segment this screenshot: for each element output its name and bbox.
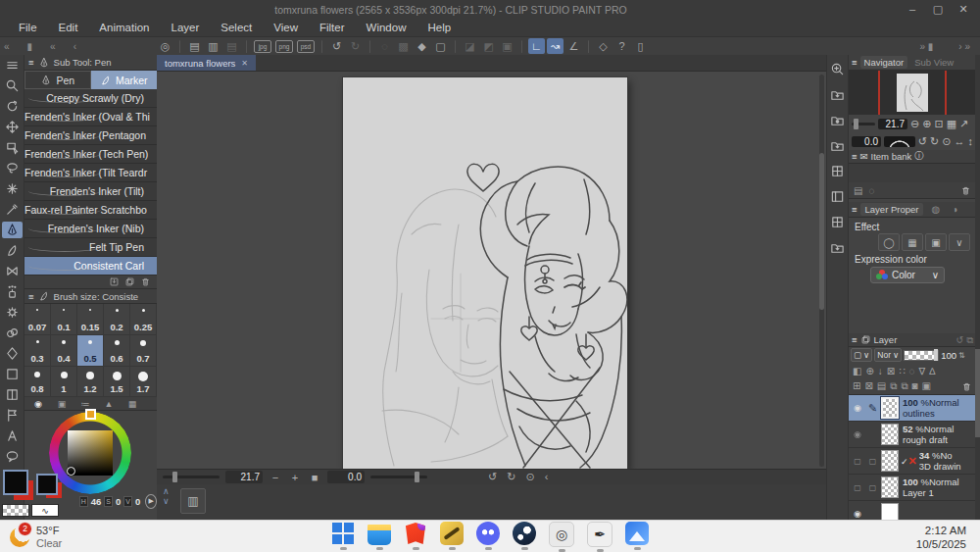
- canvas-page[interactable]: [343, 77, 627, 469]
- rotate-cw-button[interactable]: ↻: [507, 471, 515, 483]
- blend-mode-dropdown[interactable]: Nor∨: [874, 348, 902, 362]
- tool-button[interactable]: [2, 98, 23, 115]
- toolbar-icon[interactable]: ↺: [328, 38, 345, 54]
- layer-action-icon[interactable]: ▣: [922, 380, 931, 392]
- tool-button[interactable]: [2, 283, 23, 300]
- panel-menu-icon[interactable]: ≡: [28, 57, 34, 68]
- nav-expand-button[interactable]: ↗: [959, 118, 968, 130]
- collapsed-panel-icon[interactable]: [827, 188, 848, 204]
- effect-button[interactable]: ∨: [949, 233, 970, 251]
- main-color-swatch[interactable]: [3, 470, 28, 495]
- brush-item[interactable]: Frenden's Inker (Tilt Teardr: [24, 164, 157, 182]
- add-item-icon[interactable]: ▤: [854, 185, 862, 196]
- duplicate-subtool-icon[interactable]: [124, 276, 135, 287]
- toolbar-icon[interactable]: ▣: [499, 38, 515, 54]
- brush-size-cell[interactable]: 0.15: [77, 304, 104, 335]
- layer-toggle-icon[interactable]: ◌: [909, 366, 915, 376]
- layer-visibility-icon[interactable]: [851, 456, 864, 466]
- register-item-icon[interactable]: ◌: [868, 185, 874, 196]
- tool-button[interactable]: [2, 304, 23, 321]
- expression-color-dropdown[interactable]: Color ∨: [870, 267, 945, 283]
- panel-menu-icon[interactable]: ≡: [852, 57, 858, 68]
- menu-item[interactable]: View: [263, 22, 309, 33]
- toolbar-icon[interactable]: ◪: [462, 38, 478, 54]
- color-panel-tab[interactable]: ≔: [77, 399, 93, 409]
- toolbar-icon[interactable]: ∟: [528, 38, 545, 54]
- toolbar-icon[interactable]: ▤: [186, 38, 203, 54]
- brush-item[interactable]: Felt Tip Pen: [24, 238, 157, 257]
- menu-item[interactable]: Layer: [161, 22, 211, 33]
- layer-thumbnail[interactable]: [881, 424, 899, 445]
- tool-button[interactable]: [2, 345, 23, 362]
- layer-toggle-icon[interactable]: ∆: [929, 366, 935, 376]
- menu-item[interactable]: Help: [416, 22, 462, 33]
- subtool-tab[interactable]: Marker: [91, 71, 158, 89]
- tab-layer-property[interactable]: Layer Proper: [860, 203, 924, 216]
- opacity-value[interactable]: 100: [941, 350, 956, 361]
- tool-button[interactable]: [2, 407, 23, 424]
- import-subtool-icon[interactable]: [109, 276, 120, 287]
- nav-zoom-in[interactable]: ⊕: [922, 118, 931, 130]
- taskbar-app[interactable]: ◎: [549, 522, 574, 552]
- expand-collapse-chevrons[interactable]: ∧∨: [163, 486, 170, 506]
- collapsed-panel-icon[interactable]: [827, 61, 848, 76]
- tool-button[interactable]: [2, 366, 23, 382]
- layer-action-icon[interactable]: ⧉: [890, 380, 897, 392]
- brush-item[interactable]: Faux-rel Painter Scratchbo: [24, 201, 157, 220]
- nav-flip-h[interactable]: ↔: [955, 135, 965, 147]
- canvas-scrollbar[interactable]: [819, 75, 824, 467]
- tab-navigator[interactable]: Navigator: [860, 56, 908, 69]
- layer-row[interactable]: ✓✕ 34 %No 3D drawin: [849, 448, 976, 475]
- tool-button[interactable]: [2, 201, 23, 218]
- layer-toggle-icon[interactable]: ⊕: [865, 366, 873, 376]
- hue-marker[interactable]: [85, 409, 96, 420]
- toolbar-icon[interactable]: ↝: [547, 38, 564, 54]
- tool-button[interactable]: [2, 242, 23, 259]
- rotation-dial[interactable]: [884, 136, 915, 147]
- brush-size-cell[interactable]: 0.4: [51, 335, 77, 367]
- brush-item[interactable]: Consistent Carl: [24, 257, 157, 276]
- layer-shape-dropdown[interactable]: ▢∨: [851, 348, 872, 362]
- brush-size-cell[interactable]: 1.7: [130, 367, 157, 397]
- toolbar-icon[interactable]: png: [275, 40, 293, 53]
- zoom-in-button[interactable]: +: [288, 472, 302, 483]
- layer-toggle-icon[interactable]: ∇: [919, 366, 926, 376]
- sv-cursor[interactable]: [67, 467, 75, 476]
- panel-scrollbar[interactable]: [975, 55, 980, 520]
- brush-size-cell[interactable]: 0.1: [51, 304, 77, 335]
- toolbar-icon[interactable]: ∠: [565, 38, 582, 54]
- layer-toggle-icon[interactable]: ◧: [853, 366, 861, 376]
- panel-menu-icon[interactable]: ≡: [852, 204, 858, 215]
- tool-button[interactable]: [2, 386, 23, 403]
- menu-item[interactable]: Window: [356, 22, 417, 33]
- layer-visibility-icon[interactable]: [851, 403, 864, 413]
- toolbar-icon[interactable]: [455, 40, 456, 53]
- layer-row[interactable]: [849, 501, 976, 520]
- rotation-slider[interactable]: [370, 476, 427, 478]
- layer-thumbnail[interactable]: [881, 450, 899, 472]
- collapsed-panel-icon[interactable]: [827, 112, 848, 127]
- toolbar-icon[interactable]: [521, 40, 522, 53]
- toolbar-icon[interactable]: ▯: [632, 38, 649, 54]
- taskbar-app[interactable]: [331, 522, 355, 552]
- menu-item[interactable]: Edit: [48, 22, 89, 33]
- nav-zoom-out[interactable]: ⊖: [910, 118, 919, 130]
- rotate-ccw-button[interactable]: ↺: [488, 471, 497, 483]
- brush-size-cell[interactable]: 0.5: [77, 335, 104, 367]
- brush-item[interactable]: Frenden's Inker (Pentagon: [24, 126, 157, 145]
- layer-row[interactable]: 100 %Normal outlines: [849, 395, 976, 422]
- toolbar-icon[interactable]: [588, 40, 589, 53]
- layer-action-icon[interactable]: ⊠: [864, 380, 872, 392]
- tab-animation-icon[interactable]: ◍: [926, 204, 945, 215]
- toolbar-icon[interactable]: ▥: [205, 38, 221, 54]
- layer-row[interactable]: 52 %Normal rough draft: [849, 422, 976, 448]
- layer-row[interactable]: 100 %Normal Layer 1: [849, 475, 976, 501]
- tab-balloon-icon[interactable]: ◗: [948, 204, 963, 215]
- tool-button[interactable]: [2, 139, 23, 156]
- toolbar-icon[interactable]: ◎: [157, 38, 173, 54]
- layer-action-icon[interactable]: ▤: [877, 380, 886, 392]
- layer-action-icon[interactable]: ⧉: [901, 380, 907, 392]
- close-tab-icon[interactable]: ✕: [241, 59, 248, 68]
- brush-size-cell[interactable]: 1.5: [104, 367, 130, 397]
- toolbar-icon[interactable]: ◆: [414, 38, 430, 54]
